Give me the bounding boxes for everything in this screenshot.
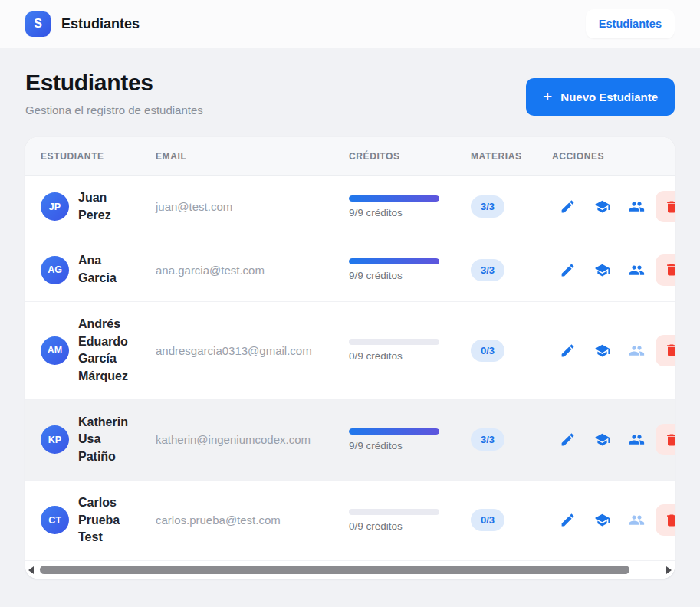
delete-button[interactable] [656, 335, 675, 366]
student-email: ana.garcia@test.com [156, 264, 349, 277]
brand: S Estudiantes [25, 11, 140, 37]
graduation-cap-icon [594, 262, 610, 278]
credits-label: 0/9 créditos [349, 350, 439, 362]
credits-progress-track [349, 195, 439, 202]
materias-cell: 3/3 [471, 428, 552, 451]
avatar: CT [41, 506, 69, 534]
credits-progress-fill [349, 258, 439, 264]
pencil-icon [560, 343, 576, 359]
edit-button[interactable] [560, 199, 576, 215]
student-cell: KP Katherin Usa Patiño [25, 414, 156, 466]
edit-button[interactable] [560, 431, 576, 448]
column-header-materias: MATERIAS [471, 151, 552, 162]
enrollments-button[interactable] [629, 262, 645, 278]
credits-label: 9/9 créditos [349, 270, 439, 281]
delete-button[interactable] [656, 424, 675, 455]
actions-cell [552, 335, 675, 366]
edit-button[interactable] [560, 512, 576, 528]
credits-cell: 9/9 créditos [349, 195, 439, 218]
column-header-acciones: ACCIONES [552, 151, 675, 162]
avatar: AG [41, 256, 69, 284]
page-subtitle: Gestiona el registro de estudiantes [25, 103, 203, 116]
nav-estudiantes-button[interactable]: Estudiantes [586, 9, 675, 38]
actions-cell [552, 191, 675, 222]
top-bar: S Estudiantes Estudiantes [0, 0, 700, 48]
student-cell: CT Carlos Prueba Test [25, 494, 156, 546]
trash-icon [664, 199, 675, 215]
materias-cell: 0/3 [471, 509, 552, 531]
grades-button[interactable] [594, 512, 610, 528]
credits-cell: 0/9 créditos [349, 509, 439, 532]
edit-button[interactable] [560, 343, 576, 359]
credits-progress-track [349, 428, 439, 435]
credits-cell: 0/9 créditos [349, 339, 439, 362]
table-scroll-area: ESTUDIANTE EMAIL CRÉDITOS MATERIAS ACCIO… [25, 137, 675, 561]
delete-button[interactable] [656, 504, 675, 536]
enrollments-button[interactable] [629, 431, 645, 448]
grades-button[interactable] [594, 343, 610, 359]
credits-label: 9/9 créditos [349, 207, 439, 218]
delete-button[interactable] [656, 191, 675, 222]
grades-button[interactable] [594, 431, 610, 448]
pencil-icon [560, 431, 576, 448]
scrollbar-track[interactable] [40, 566, 660, 574]
delete-button[interactable] [656, 254, 675, 286]
materias-cell: 3/3 [471, 195, 552, 218]
enrollments-button[interactable] [629, 343, 645, 359]
actions-cell [552, 254, 675, 286]
student-email: carlos.prueba@test.com [156, 513, 349, 527]
enrollments-button[interactable] [629, 512, 645, 528]
credits-label: 0/9 créditos [349, 520, 439, 532]
new-student-button[interactable]: + Nuevo Estudiante [526, 78, 675, 116]
scrollbar-thumb[interactable] [40, 566, 629, 574]
student-cell: JP Juan Perez [25, 189, 156, 224]
page-header: Estudiantes Gestiona el registro de estu… [25, 70, 675, 116]
graduation-cap-icon [594, 431, 610, 448]
student-email: andresgarcia0313@gmail.com [156, 344, 349, 357]
credits-progress-track [349, 339, 439, 345]
table-row: JP Juan Perez juan@test.com 9/9 créditos… [25, 176, 675, 238]
credits-progress-fill [349, 428, 439, 435]
graduation-cap-icon [594, 343, 610, 359]
table-row: KP Katherin Usa Patiño katherin@ingenium… [25, 400, 675, 481]
grades-button[interactable] [594, 199, 610, 215]
scroll-right-arrow-icon[interactable] [666, 566, 672, 574]
page-header-text: Estudiantes Gestiona el registro de estu… [25, 70, 203, 116]
new-student-button-label: Nuevo Estudiante [560, 90, 658, 103]
avatar: AM [41, 336, 69, 365]
materias-cell: 0/3 [471, 340, 552, 362]
students-table-card: ESTUDIANTE EMAIL CRÉDITOS MATERIAS ACCIO… [25, 137, 675, 579]
grades-button[interactable] [594, 262, 610, 278]
avatar: JP [41, 192, 69, 221]
trash-icon [664, 262, 675, 277]
page-title: Estudiantes [25, 70, 203, 96]
table-row: AM Andrés Eduardo García Márquez andresg… [25, 302, 675, 400]
student-name: Ana Garcia [78, 252, 138, 287]
credits-cell: 9/9 créditos [349, 428, 439, 451]
enrollments-button[interactable] [629, 199, 645, 215]
materias-badge: 0/3 [471, 340, 504, 362]
trash-icon [664, 432, 675, 448]
student-cell: AG Ana Garcia [25, 252, 156, 287]
people-icon [629, 199, 645, 215]
scroll-left-arrow-icon[interactable] [28, 566, 34, 574]
trash-icon [664, 513, 675, 528]
app-logo: S [25, 11, 51, 37]
graduation-cap-icon [594, 512, 610, 528]
credits-progress-track [349, 258, 439, 264]
app-title: Estudiantes [61, 16, 140, 32]
graduation-cap-icon [594, 199, 610, 215]
materias-badge: 3/3 [471, 259, 504, 281]
column-header-estudiante: ESTUDIANTE [25, 151, 156, 162]
table-header-row: ESTUDIANTE EMAIL CRÉDITOS MATERIAS ACCIO… [25, 137, 675, 176]
edit-button[interactable] [560, 262, 576, 278]
student-email: juan@test.com [156, 200, 349, 213]
people-icon [629, 431, 645, 448]
horizontal-scrollbar [25, 561, 675, 579]
table-body: JP Juan Perez juan@test.com 9/9 créditos… [25, 176, 675, 561]
avatar: KP [41, 425, 69, 454]
materias-badge: 3/3 [471, 428, 504, 451]
student-name: Carlos Prueba Test [78, 494, 138, 546]
trash-icon [664, 343, 675, 358]
materias-badge: 0/3 [471, 509, 504, 531]
